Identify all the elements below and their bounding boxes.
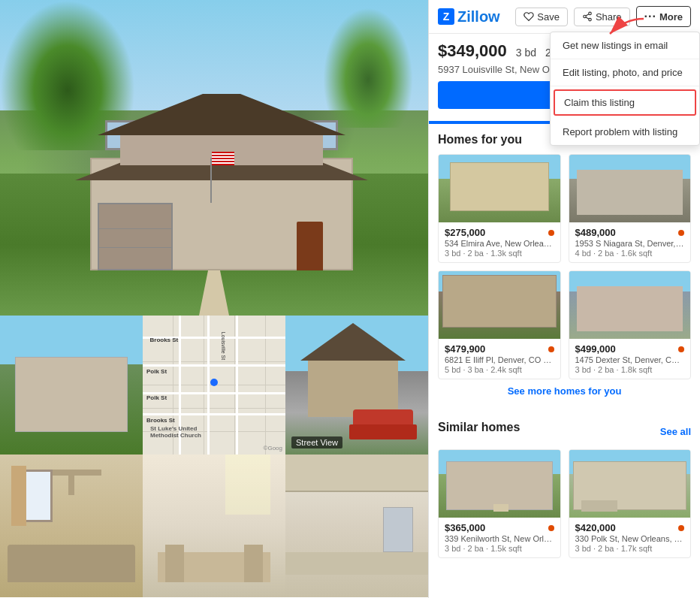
street-view-label: Street View	[291, 436, 342, 448]
similar-card-2[interactable]: $420,000 330 Polk St, New Orleans, LA...…	[569, 449, 692, 558]
home-info-3: $479,900 6821 E Iliff Pl, Denver, CO 80.…	[439, 339, 560, 379]
status-dot-3	[548, 346, 554, 352]
home-details-1: 3 bd · 2 ba · 1.3k sqft	[445, 249, 554, 258]
home-price-3: $479,900	[445, 343, 485, 355]
home-price-1: $275,000	[445, 227, 485, 238]
photo-grid: Polk St Polk St Brooks St Brooks St Loui…	[0, 316, 428, 597]
similar-homes-section: Similar homes See all $365,000	[429, 412, 700, 567]
left-panel: Polk St Polk St Brooks St Brooks St Loui…	[0, 0, 428, 598]
red-arrow	[602, 15, 647, 48]
home-address-3: 6821 E Iliff Pl, Denver, CO 80...	[445, 355, 554, 364]
heart-icon	[523, 11, 534, 22]
home-card-4[interactable]: $499,000 1475 Dexter St, Denver, CO... 3…	[569, 270, 692, 379]
similar-homes-title: Similar homes	[438, 421, 520, 434]
photo-map[interactable]: Polk St Polk St Brooks St Brooks St Loui…	[143, 316, 285, 455]
main-photo[interactable]	[0, 0, 428, 316]
dropdown-menu: Get new listings in email Edit listing, …	[550, 32, 700, 146]
status-dot-4	[678, 346, 684, 352]
zillow-brand-text: Zillow	[457, 8, 500, 26]
svg-line-3	[586, 17, 589, 19]
similar-header: Similar homes See all	[438, 421, 691, 442]
home-address-1: 534 Elmira Ave, New Orleans...	[445, 239, 554, 248]
dropdown-edit-listing[interactable]: Edit listing, photo, and price	[551, 59, 699, 86]
similar-price-1: $365,000	[445, 522, 485, 533]
save-button[interactable]: Save	[515, 8, 568, 26]
dropdown-claim-listing[interactable]: Claim this listing	[554, 89, 696, 116]
photo-interior2[interactable]	[143, 455, 285, 597]
home-photo-4	[569, 271, 691, 339]
status-dot-1	[548, 230, 554, 236]
home-card-2[interactable]: $489,000 1953 S Niagara St, Denver, C...…	[569, 154, 692, 263]
svg-line-4	[586, 14, 589, 16]
header: Z Zillow Save Share ··· More Get new lis…	[429, 0, 700, 34]
similar-address-2: 330 Polk St, New Orleans, LA...	[575, 534, 685, 543]
homes-for-you-section: Homes for you $275,000 534 Elmira Ave, N…	[429, 124, 700, 412]
svg-point-0	[589, 12, 592, 15]
see-more-homes-link[interactable]: See more homes for you	[438, 379, 691, 403]
home-price-2: $489,000	[575, 227, 616, 238]
save-label: Save	[537, 11, 560, 23]
status-dot-2	[678, 230, 684, 236]
similar-price-2: $420,000	[575, 522, 616, 533]
home-address-2: 1953 S Niagara St, Denver, C...	[575, 239, 685, 248]
photo-exterior2[interactable]	[0, 316, 143, 455]
similar-photo-2	[569, 450, 691, 518]
property-price: $349,000	[438, 41, 507, 61]
similar-address-1: 339 Kenilworth St, New Orle...	[445, 534, 554, 543]
see-all-link[interactable]: See all	[660, 426, 691, 437]
home-info-1: $275,000 534 Elmira Ave, New Orleans... …	[439, 222, 560, 262]
share-icon	[582, 11, 593, 22]
home-photo-2	[569, 155, 691, 222]
similar-details-1: 3 bd · 2 ba · 1.5k sqft	[445, 544, 554, 553]
similar-card-1[interactable]: $365,000 339 Kenilworth St, New Orle... …	[438, 449, 561, 558]
similar-details-2: 3 bd · 2 ba · 1.7k sqft	[575, 544, 685, 553]
photo-interior1[interactable]	[0, 455, 143, 597]
home-card-3[interactable]: $479,900 6821 E Iliff Pl, Denver, CO 80.…	[438, 270, 561, 379]
similar-info-2: $420,000 330 Polk St, New Orleans, LA...…	[569, 518, 691, 557]
svg-point-2	[589, 18, 592, 21]
similar-photo-1	[439, 450, 560, 518]
home-photo-1	[439, 155, 560, 222]
photo-street-view[interactable]: Street View	[285, 316, 428, 455]
homes-for-you-grid: $275,000 534 Elmira Ave, New Orleans... …	[438, 154, 691, 379]
dropdown-report-problem[interactable]: Report problem with listing	[551, 119, 699, 145]
home-details-3: 5 bd · 3 ba · 2.4k sqft	[445, 365, 554, 374]
home-info-4: $499,000 1475 Dexter St, Denver, CO... 3…	[569, 339, 691, 379]
zillow-logo: Z Zillow	[438, 8, 500, 26]
home-price-4: $499,000	[575, 343, 616, 355]
property-beds: 3 bd	[516, 47, 536, 59]
home-address-4: 1475 Dexter St, Denver, CO...	[575, 355, 685, 364]
home-details-4: 3 bd · 2 ba · 1.8k sqft	[575, 365, 685, 374]
zillow-z-icon: Z	[438, 8, 454, 25]
right-panel: Z Zillow Save Share ··· More Get new lis…	[428, 0, 700, 598]
photo-kitchen[interactable]	[285, 455, 428, 597]
similar-dot-1	[548, 525, 554, 531]
similar-info-1: $365,000 339 Kenilworth St, New Orle... …	[439, 518, 560, 557]
svg-point-1	[584, 15, 587, 18]
home-info-2: $489,000 1953 S Niagara St, Denver, C...…	[569, 222, 691, 262]
home-card-1[interactable]: $275,000 534 Elmira Ave, New Orleans... …	[438, 154, 561, 263]
home-photo-3	[439, 271, 560, 339]
similar-dot-2	[678, 525, 684, 531]
similar-homes-grid: $365,000 339 Kenilworth St, New Orle... …	[438, 449, 691, 558]
home-details-2: 4 bd · 2 ba · 1.6k sqft	[575, 249, 685, 258]
more-label: More	[659, 11, 683, 23]
